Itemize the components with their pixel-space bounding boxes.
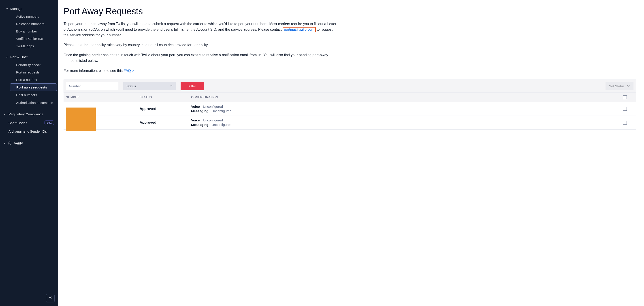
- sidebar-item-portability-check[interactable]: Portability check: [0, 61, 58, 69]
- sidebar: Manage Active numbers Released numbers B…: [0, 0, 58, 306]
- sidebar-scroll: Manage Active numbers Released numbers B…: [0, 0, 58, 306]
- chevron-down-icon: [6, 56, 8, 58]
- sidebar-item-buy-a-number[interactable]: Buy a number: [0, 28, 58, 35]
- set-status-dropdown[interactable]: Set Status: [606, 82, 634, 90]
- sidebar-item-label: Regulatory Compliance: [8, 112, 44, 116]
- status-filter-label: Status: [126, 84, 136, 88]
- select-all-checkbox[interactable]: [623, 95, 627, 99]
- col-header-number: NUMBER: [66, 95, 140, 99]
- sidebar-item-port-away-requests[interactable]: Port away requests: [10, 83, 57, 91]
- external-link-icon: ↗: [131, 69, 135, 73]
- sidebar-item-label: Alphanumeric Sender IDs: [8, 129, 47, 133]
- row-select-cell: [616, 121, 634, 125]
- chevron-down-icon: [6, 8, 8, 10]
- chevron-down-icon: [627, 84, 630, 88]
- page-title: Port Away Requests: [64, 6, 636, 16]
- sidebar-item-active-numbers[interactable]: Active numbers: [0, 13, 58, 20]
- intro-paragraph-4: For more information, please see this FA…: [64, 68, 336, 74]
- config-val-messaging: Unconfigured: [212, 109, 232, 113]
- shield-check-icon: [8, 141, 12, 145]
- sidebar-group-label: Manage: [10, 7, 22, 11]
- sidebar-item-regulatory-compliance[interactable]: Regulatory Compliance: [0, 110, 58, 118]
- configuration-cell: VoiceUnconfigured MessagingUnconfigured: [191, 118, 616, 127]
- sidebar-item-twiml-apps[interactable]: TwiML apps: [0, 42, 58, 50]
- col-header-select: [616, 95, 634, 99]
- collapse-sidebar-button[interactable]: [46, 294, 54, 302]
- sidebar-item-authorization-documents[interactable]: Authorization documents: [0, 99, 58, 107]
- sidebar-item-port-in-requests[interactable]: Port in requests: [0, 69, 58, 76]
- sidebar-group-port-host[interactable]: Port & Host: [0, 53, 58, 61]
- config-key-messaging: Messaging: [191, 123, 208, 127]
- sidebar-group-manage[interactable]: Manage: [0, 5, 58, 13]
- sidebar-item-alphanumeric-sender-ids[interactable]: Alphanumeric Sender IDs: [0, 127, 58, 136]
- row-checkbox[interactable]: [623, 107, 627, 111]
- sidebar-item-verified-caller-ids[interactable]: Verified Caller IDs: [0, 35, 58, 42]
- config-val-messaging: Unconfigured: [212, 123, 232, 127]
- config-val-voice: Unconfigured: [203, 105, 223, 108]
- row-select-cell: [616, 107, 634, 111]
- col-header-status: STATUS: [140, 95, 191, 99]
- config-key-voice: Voice: [191, 105, 200, 108]
- intro-paragraph-1: To port your numbers away from Twilio, y…: [64, 21, 336, 38]
- row-checkbox[interactable]: [623, 121, 627, 125]
- main-content: Port Away Requests To port your numbers …: [58, 0, 644, 306]
- sidebar-item-verify[interactable]: Verify: [0, 139, 58, 148]
- status-filter-dropdown[interactable]: Status: [123, 82, 176, 90]
- table-row: Approved VoiceUnconfigured MessagingUnco…: [64, 116, 636, 130]
- porting-email-link[interactable]: porting@twilio.com: [282, 27, 316, 32]
- sidebar-item-short-codes[interactable]: Short Codes Beta: [0, 118, 58, 127]
- set-status-label: Set Status: [609, 84, 624, 88]
- status-cell: Approved: [140, 107, 191, 111]
- sidebar-group-label: Port & Host: [10, 55, 28, 59]
- chevron-right-icon: [3, 142, 5, 144]
- config-val-voice: Unconfigured: [203, 118, 223, 122]
- intro-paragraph-3: Once the gaining carrier has gotten in t…: [64, 53, 336, 64]
- configuration-cell: VoiceUnconfigured MessagingUnconfigured: [191, 104, 616, 114]
- chevron-right-icon: [3, 113, 5, 115]
- faq-link[interactable]: FAQ: [124, 69, 131, 73]
- sidebar-item-label: Verify: [14, 141, 23, 145]
- filter-button[interactable]: Filter: [180, 82, 204, 90]
- filter-bar: Status Filter Set Status: [64, 80, 636, 93]
- chevron-down-icon: [170, 84, 172, 88]
- table-header: NUMBER STATUS CONFIGURATION: [64, 93, 636, 102]
- status-cell: Approved: [140, 121, 191, 125]
- number-filter-input[interactable]: [66, 82, 118, 90]
- sidebar-item-released-numbers[interactable]: Released numbers: [0, 20, 58, 28]
- sidebar-item-host-numbers[interactable]: Host numbers: [0, 91, 58, 99]
- col-header-configuration: CONFIGURATION: [191, 95, 616, 99]
- config-key-voice: Voice: [191, 118, 200, 122]
- sidebar-item-label: Short Codes: [8, 121, 27, 125]
- intro-text-4a: For more information, please see this: [64, 69, 124, 73]
- table-row: Approved VoiceUnconfigured MessagingUnco…: [64, 102, 636, 116]
- sidebar-item-port-a-number[interactable]: Port a number: [0, 76, 58, 83]
- config-key-messaging: Messaging: [191, 109, 208, 113]
- chevron-double-left-icon: [48, 296, 52, 300]
- intro-paragraph-2: Please note that portability rules vary …: [64, 42, 336, 48]
- beta-badge: Beta: [44, 121, 54, 125]
- redacted-number: [66, 108, 96, 131]
